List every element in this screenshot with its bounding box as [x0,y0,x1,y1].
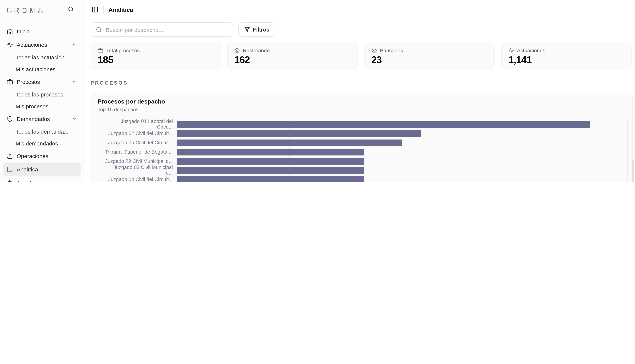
activity-icon [508,48,514,53]
sidebar-item-procesos[interactable]: Procesos [3,75,81,88]
bar [177,148,364,156]
home-icon [7,28,13,34]
sidebar-item-actuaciones[interactable]: Actuaciones [3,38,81,51]
sidebar-item-todas-las-actuacion[interactable]: Todas las actuacion... [3,51,81,63]
category-label: Juzgado 01 Laboral del Circu... [95,119,173,130]
category-label: Juzgado 02 Civil del Circuit... [95,131,173,136]
bar [177,167,364,174]
chart-card-procesos-por-despacho: Procesos por despacho Top 15 despachos 0… [90,93,633,182]
stat-value: 1,141 [508,54,532,66]
shield-alert-icon [7,116,13,122]
page-title: Analítica [108,7,133,13]
stat-value: 162 [234,54,250,66]
sidebar-item-inicio[interactable]: Inicio [3,24,81,38]
stat-label: Pausados [380,48,403,54]
bar [177,121,590,128]
search-box [91,22,233,37]
app-logo: CROMA [6,6,45,15]
chevron-down-icon [72,116,77,121]
chevron-down-icon [72,79,77,84]
sidebar-item-mis-actuaciones[interactable]: Mis actuaciones [3,63,81,75]
gridline [514,120,515,182]
sidebar-item-label: Actuaciones [17,41,47,48]
stat-value: 185 [98,54,113,66]
filters-button[interactable]: Filtros [238,22,275,37]
category-label: Juzgado 05 Civil del Circuit... [95,140,173,146]
sidebar-nav: InicioActuacionesTodas las actuacion...M… [3,24,81,182]
briefcase-icon [98,48,103,53]
sidebar-item-label: Procesos [17,78,40,85]
stat-card-actuaciones: Actuaciones 1,141 [501,42,632,70]
stat-label: Rastreando [243,48,270,54]
category-label: Juzgado 04 Civil del Circuit... [95,177,173,182]
target-icon [234,48,240,53]
gridline [627,120,627,182]
stat-label: Total procesos [106,48,140,54]
category-label: Juzgado 03 Civil Municipal d... [95,165,173,176]
sidebar-item-analitica[interactable]: Analítica [3,162,81,176]
bar-chart-icon [7,166,13,172]
bar [177,130,421,137]
search-icon [96,27,102,33]
bot-icon [7,180,13,182]
eye-off-icon [371,48,377,53]
sidebar-item-todos-los-procesos[interactable]: Todos los procesos [3,88,81,100]
sidebar-item-todos-los-demanda[interactable]: Todos los demanda... [3,126,81,137]
bar [177,140,402,146]
section-label-procesos: PROCESOS [91,80,128,86]
activity-icon [7,41,13,48]
category-label: Juzgado 22 Civil Municipal d... [95,158,173,164]
sidebar-item-demandados[interactable]: Demandados [3,112,81,126]
stat-value: 23 [371,54,382,66]
main-content: Analítica Filtros Total procesos 185 Ras… [84,0,635,182]
sidebar: CROMA InicioActuacionesTodas las actuaci… [0,0,84,182]
chevron-down-icon [72,42,77,47]
filters-button-label: Filtros [253,26,269,32]
stat-card-pausados: Pausados 23 [364,42,495,70]
panel-left-toggle-icon[interactable] [92,6,98,13]
app-window: CROMA InicioActuacionesTodas las actuaci… [0,0,635,182]
sidebar-item-operaciones[interactable]: Operaciones [3,149,81,162]
sidebar-search-icon[interactable] [68,6,74,12]
stat-card-total-procesos: Total procesos 185 [91,42,221,70]
search-input[interactable] [105,23,229,37]
header-divider [103,6,104,14]
category-label: Tribunal Superior de Bogotá ... [95,149,173,155]
funnel-icon [244,27,250,32]
sidebar-item-label: Demandados [17,116,50,122]
stat-card-rastreando: Rastreando 162 [227,42,358,70]
gridline [402,120,402,182]
sidebar-item-label: Analítica [17,166,38,172]
sidebar-item-agente[interactable]: Agente [3,176,81,182]
stat-label: Actuaciones [517,48,545,54]
briefcase-icon [7,78,13,85]
sidebar-item-label: Operaciones [17,153,48,159]
sidebar-item-mis-demandados[interactable]: Mis demandados [3,137,81,149]
bar [177,158,364,165]
bar [177,176,364,182]
sidebar-item-label: Inicio [17,28,30,34]
despacho-bar-chart: 06121824Juzgado 01 Laboral del Circu...J… [90,93,632,182]
upload-icon [7,153,13,159]
sidebar-item-label: Agente [17,180,34,182]
page-scrollbar-thumb[interactable] [632,160,634,182]
sidebar-item-mis-procesos[interactable]: Mis procesos [3,100,81,112]
